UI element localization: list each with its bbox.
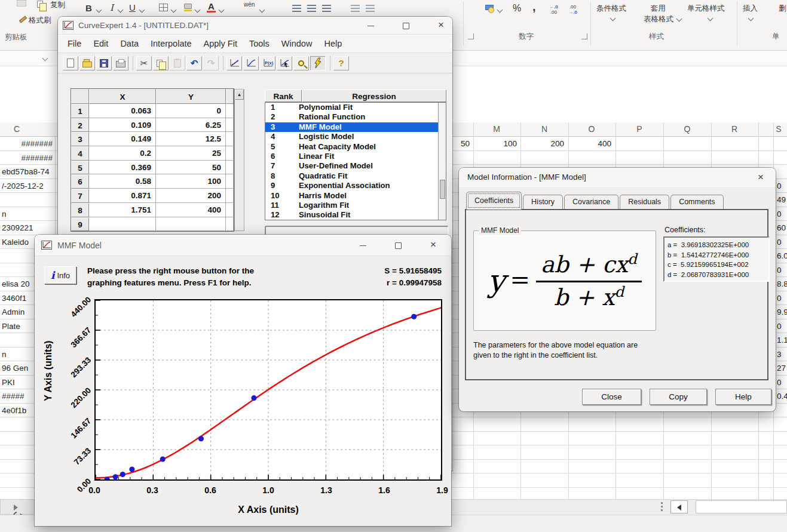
tab-comments[interactable]: Comments: [670, 195, 723, 209]
spreadsheet-cell[interactable]: 2309221: [2, 221, 58, 235]
x-value-cell[interactable]: [89, 217, 156, 232]
close-button[interactable]: Close: [582, 389, 641, 405]
x-value-cell[interactable]: 0.063: [89, 104, 156, 118]
mmf-titlebar[interactable]: MMF Model ×: [35, 235, 451, 256]
spreadsheet-cell[interactable]: 9.9: [777, 305, 787, 319]
spreadsheet-cell[interactable]: #######: [0, 137, 53, 151]
y-column-header[interactable]: Y: [156, 89, 226, 104]
maximize-button[interactable]: [389, 239, 407, 252]
conditional-formatting-button[interactable]: 条件格式: [596, 4, 626, 14]
decrease-indent-icon[interactable]: [351, 5, 360, 12]
menu-item-window[interactable]: Window: [275, 39, 319, 48]
nonlinear-fit-chart-icon[interactable]: [243, 56, 259, 70]
row-number-cell[interactable]: 5: [71, 161, 89, 175]
row-number-cell[interactable]: 4: [71, 146, 89, 161]
cut-icon[interactable]: ✂: [136, 56, 152, 70]
borders-dropdown-icon[interactable]: [171, 7, 177, 13]
regression-rank-list[interactable]: 1Polynomial Fit2Rational Function3MMF Mo…: [265, 102, 446, 220]
list-scrollbar[interactable]: [438, 103, 446, 220]
font-color-dropdown-icon[interactable]: [219, 7, 225, 13]
plot-area[interactable]: [94, 299, 442, 481]
help-button[interactable]: Help: [715, 389, 771, 405]
apply-fit-chart-icon[interactable]: [277, 56, 292, 70]
fill-color-icon[interactable]: [184, 4, 192, 9]
font-color-icon[interactable]: A: [208, 1, 215, 11]
regression-list-item[interactable]: 6Linear Fit: [265, 152, 446, 161]
italic-dropdown-icon[interactable]: [118, 7, 124, 13]
spreadsheet-cell[interactable]: 6.0: [777, 249, 787, 263]
empty-cell[interactable]: [226, 146, 234, 161]
x-value-cell[interactable]: 0.149: [89, 132, 156, 146]
rank-column-header[interactable]: Rank: [265, 90, 302, 102]
format-as-table-dropdown-icon[interactable]: [676, 16, 682, 22]
empty-cell[interactable]: [226, 189, 234, 203]
underline-button[interactable]: U: [129, 2, 136, 13]
list-scrollbar-thumb[interactable]: [440, 180, 445, 199]
menu-item-data[interactable]: Data: [114, 39, 145, 48]
regression-column-header[interactable]: Regression: [302, 90, 446, 102]
y-value-cell[interactable]: 200: [156, 189, 226, 203]
minimize-button[interactable]: [362, 19, 380, 32]
align-right-icon[interactable]: [322, 5, 331, 12]
align-center-icon[interactable]: [307, 5, 316, 12]
copy-button[interactable]: Copy: [650, 389, 707, 405]
redo-icon[interactable]: ↷: [203, 56, 219, 70]
column-header-row[interactable]: MNOPQRS: [451, 122, 787, 137]
y-value-cell[interactable]: 400: [156, 203, 226, 217]
spreadsheet-cell[interactable]: 400: [569, 137, 611, 151]
x-value-cell[interactable]: 0.109: [89, 118, 156, 133]
format-as-table-label2[interactable]: 表格格式: [644, 14, 673, 24]
copy-icon[interactable]: [37, 1, 43, 8]
maximize-button[interactable]: [397, 19, 415, 32]
undo-icon[interactable]: ↶: [186, 56, 202, 70]
tab-coefficients[interactable]: Coefficients: [466, 192, 522, 210]
x-value-cell[interactable]: 0.2: [89, 146, 156, 161]
column-header-c[interactable]: C: [0, 124, 33, 134]
close-button[interactable]: ×: [424, 239, 442, 252]
spreadsheet-cell[interactable]: 0: [777, 376, 787, 390]
row-number-cell[interactable]: 1: [71, 104, 89, 118]
regression-list-item[interactable]: 10Harris Model: [265, 191, 446, 201]
regression-list-item[interactable]: 7User-Defined Model: [265, 161, 446, 171]
scrollbar-resize-handle-icon[interactable]: [661, 502, 663, 504]
format-painter-icon[interactable]: [19, 16, 27, 23]
save-icon[interactable]: [96, 56, 112, 70]
spreadsheet-cell[interactable]: 27: [777, 361, 787, 376]
spreadsheet-cell[interactable]: 0.4: [777, 389, 787, 404]
help-icon[interactable]: ?: [333, 56, 349, 70]
spreadsheet-cell[interactable]: 0: [777, 179, 787, 193]
column-header-row[interactable]: C: [0, 122, 58, 137]
regression-list-item[interactable]: 4Logistic Model: [265, 132, 446, 142]
phonetic-guide-button[interactable]: wén: [244, 1, 255, 8]
dialog-titlebar[interactable]: Model Information - [MMF Model] ×: [459, 168, 776, 188]
menu-item-tools[interactable]: Tools: [243, 39, 275, 48]
row-number-cell[interactable]: 6: [71, 174, 89, 189]
data-table[interactable]: ▲ XY10.063020.1096.2530.14912.540.22550.…: [71, 88, 234, 232]
spreadsheet-cell[interactable]: 0: [777, 263, 787, 278]
regression-list-item[interactable]: 11Logarithm Fit: [265, 201, 446, 210]
row-number-cell[interactable]: 3: [71, 132, 89, 146]
new-file-icon[interactable]: [63, 56, 78, 70]
spreadsheet-cell[interactable]: 200: [522, 137, 564, 151]
empty-cell[interactable]: [226, 104, 234, 118]
x-value-cell[interactable]: 0.871: [89, 189, 156, 203]
x-value-cell[interactable]: 1.751: [89, 203, 156, 217]
spreadsheet-cell[interactable]: #######: [0, 151, 53, 165]
regression-list-item[interactable]: 3MMF Model: [265, 122, 446, 132]
percent-style-button[interactable]: %: [513, 3, 521, 14]
row-number-cell[interactable]: 2: [71, 118, 89, 133]
accounting-format-icon[interactable]: [485, 5, 494, 12]
y-value-cell[interactable]: 50: [156, 161, 226, 175]
menu-item-file[interactable]: File: [62, 39, 87, 48]
y-value-cell[interactable]: 12.5: [156, 132, 226, 146]
hscroll-track[interactable]: [696, 500, 787, 513]
column-header-o[interactable]: O: [575, 124, 608, 134]
menu-item-help[interactable]: Help: [318, 39, 348, 48]
print-icon[interactable]: [113, 56, 128, 70]
regression-list-item[interactable]: 9Exponential Association: [265, 181, 446, 190]
menu-item-interpolate[interactable]: Interpolate: [145, 39, 198, 48]
linear-fit-chart-icon[interactable]: [226, 56, 242, 70]
copy-button[interactable]: 复制: [50, 0, 65, 10]
spreadsheet-cell[interactable]: ebd57ba8-74: [2, 165, 58, 179]
spreadsheet-cell[interactable]: 0: [777, 235, 787, 250]
